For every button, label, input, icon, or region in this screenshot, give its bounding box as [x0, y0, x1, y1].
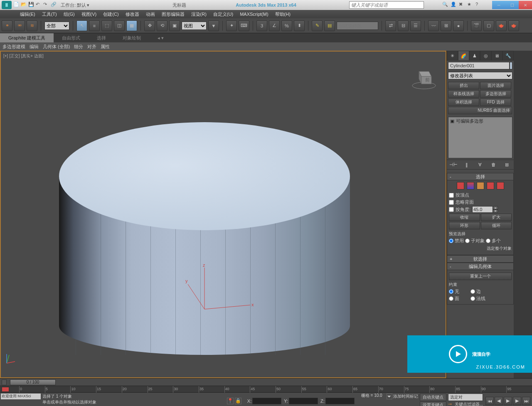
- infocenter-icon[interactable]: 🔍: [442, 2, 449, 8]
- object-color[interactable]: [510, 62, 512, 69]
- make-unique-icon[interactable]: ∀: [476, 160, 484, 169]
- menu-grapheditors[interactable]: 图形编辑器: [158, 11, 188, 17]
- search-input[interactable]: [349, 1, 424, 9]
- subobj-edge-icon[interactable]: [467, 182, 474, 189]
- ignore-backfacing-checkbox[interactable]: [449, 200, 454, 205]
- key-filter-button[interactable]: 关键点过滤器...: [455, 401, 483, 406]
- named-sel-icon[interactable]: ▤: [324, 20, 335, 31]
- snap-3d-icon[interactable]: 3: [256, 20, 267, 31]
- menu-help[interactable]: 帮助(H): [272, 11, 294, 17]
- grow-button[interactable]: 扩大: [481, 214, 512, 221]
- lock-icon[interactable]: 🔒: [235, 398, 241, 404]
- preview-subobj-radio[interactable]: [465, 239, 470, 243]
- schematic-icon[interactable]: ⊞: [441, 20, 451, 31]
- tab-objectpaint[interactable]: 对象绘制: [114, 33, 149, 42]
- align-icon[interactable]: ⊟: [398, 20, 409, 31]
- selset-poly[interactable]: 多边形选择: [480, 90, 511, 98]
- next-frame-icon[interactable]: ▶: [513, 397, 521, 405]
- show-end-result-icon[interactable]: ‖: [463, 160, 471, 169]
- viewport[interactable]: [+] [正交] [真实+ 边面] 前: [0, 51, 446, 378]
- subobj-polygon-icon[interactable]: [487, 182, 494, 189]
- modifier-stack[interactable]: ▣可编辑多边形: [448, 117, 512, 158]
- selset-ffd[interactable]: FFD 选择: [480, 98, 511, 106]
- favorite-icon[interactable]: ★: [467, 2, 474, 8]
- timeline-ruler[interactable]: 0510152025303540455055606570758085909510…: [0, 386, 532, 392]
- layers-icon[interactable]: ☰: [410, 20, 421, 31]
- spinner-snap-icon[interactable]: ⬍: [294, 20, 305, 31]
- repeat-last-button[interactable]: 重复上一个: [449, 273, 512, 280]
- select-object-icon[interactable]: ↖: [76, 20, 87, 31]
- add-time-tag[interactable]: 添加时间标记: [393, 394, 418, 399]
- rollout-editgeom-header[interactable]: -编辑几何体: [447, 263, 514, 270]
- x-coord-input[interactable]: [252, 398, 281, 404]
- save-icon[interactable]: 💾: [28, 2, 35, 8]
- auto-key-button[interactable]: 自动关键点: [420, 394, 446, 401]
- lock-selection-icon[interactable]: 📍: [227, 398, 234, 404]
- viewport-label[interactable]: [+] [正交] [真实+ 边面]: [3, 53, 44, 59]
- viewcube[interactable]: 前: [411, 64, 437, 91]
- tab-selection[interactable]: 选择: [89, 33, 114, 42]
- render-setup-icon[interactable]: 🎬: [471, 20, 482, 31]
- window-crossing-icon[interactable]: ◫: [114, 20, 125, 31]
- mirror-icon[interactable]: ⇄: [385, 20, 396, 31]
- render-frame-icon[interactable]: ▢: [483, 20, 494, 31]
- maximize-button[interactable]: ☐: [505, 1, 519, 9]
- goto-start-icon[interactable]: ⏮: [485, 397, 494, 405]
- coord-space[interactable]: 视图: [182, 22, 207, 30]
- ring-button[interactable]: 环形: [449, 222, 480, 229]
- selset-patch[interactable]: 面片选择: [480, 82, 511, 89]
- goto-end-icon[interactable]: ⏭: [522, 397, 530, 405]
- subtab-geometry[interactable]: 几何体 (全部): [43, 44, 70, 50]
- menu-edit[interactable]: 编辑(E): [17, 11, 39, 17]
- selset-spline[interactable]: 样条线选择: [448, 90, 479, 98]
- menu-group[interactable]: 组(G): [60, 11, 78, 17]
- subobj-border-icon[interactable]: [477, 182, 484, 189]
- by-angle-checkbox[interactable]: [449, 207, 454, 212]
- render-icon[interactable]: 🫖: [496, 20, 507, 31]
- keyboard-shortcut-icon[interactable]: ⌨: [239, 20, 249, 31]
- subtab-edit[interactable]: 编辑: [30, 44, 39, 50]
- play-icon[interactable]: ▶: [504, 397, 512, 405]
- selset-volume[interactable]: 体积选择: [448, 98, 479, 106]
- unlink-icon[interactable]: ⚮: [14, 20, 25, 31]
- shrink-button[interactable]: 收缩: [449, 214, 480, 221]
- menu-create[interactable]: 创建(C): [100, 11, 122, 17]
- key-icon[interactable]: ⊸: [448, 401, 454, 406]
- subtab-subdiv[interactable]: 细分: [74, 44, 83, 50]
- stack-editable-poly[interactable]: ▣可编辑多边形: [448, 117, 512, 125]
- signin-icon[interactable]: 👤: [451, 2, 457, 8]
- bind-spacewarp-icon[interactable]: ≋: [27, 20, 37, 31]
- app-logo[interactable]: [2, 1, 12, 9]
- by-vertex-checkbox[interactable]: [449, 193, 454, 198]
- angle-up[interactable]: ▲: [493, 206, 498, 209]
- link-icon[interactable]: ⚭: [2, 20, 12, 31]
- cylinder-object[interactable]: [59, 122, 350, 380]
- percent-snap-icon[interactable]: %: [281, 20, 292, 31]
- key-filter-selected[interactable]: 选定对: [448, 394, 483, 401]
- constraint-none-radio[interactable]: [449, 289, 453, 294]
- minimize-button[interactable]: ─: [492, 1, 505, 9]
- set-key-button[interactable]: 设置关键点: [420, 401, 446, 406]
- link-icon[interactable]: 🔗: [51, 2, 57, 8]
- subtab-polymodel[interactable]: 多边形建模: [2, 44, 25, 50]
- configure-sets-icon[interactable]: ⊞: [503, 160, 511, 169]
- modify-tab[interactable]: 🌈: [458, 51, 469, 61]
- open-icon[interactable]: 📂: [21, 2, 27, 8]
- motion-tab[interactable]: ◎: [480, 51, 491, 61]
- display-tab[interactable]: 🖥: [491, 51, 502, 61]
- rollout-softsel-header[interactable]: +软选择: [447, 255, 514, 263]
- subtab-props[interactable]: 属性: [101, 44, 110, 50]
- manipulate-icon[interactable]: ✦: [226, 20, 237, 31]
- scale-icon[interactable]: ▣: [169, 20, 180, 31]
- help-icon[interactable]: ?: [475, 2, 482, 8]
- time-slider[interactable]: 0 / 100: [10, 379, 56, 385]
- close-button[interactable]: ✕: [519, 1, 532, 9]
- selset-extrude[interactable]: 挤出: [448, 82, 479, 89]
- selset-nurbs[interactable]: NURBS 曲面选择: [448, 107, 512, 114]
- select-whole-object[interactable]: 选定整个对象: [449, 246, 512, 251]
- material-editor-icon[interactable]: ●: [453, 20, 464, 31]
- preview-off-radio[interactable]: [449, 239, 453, 243]
- timeline-config-icon[interactable]: [2, 387, 9, 392]
- paint-select-icon[interactable]: ▦: [126, 20, 137, 31]
- select-name-icon[interactable]: ≡: [89, 20, 100, 31]
